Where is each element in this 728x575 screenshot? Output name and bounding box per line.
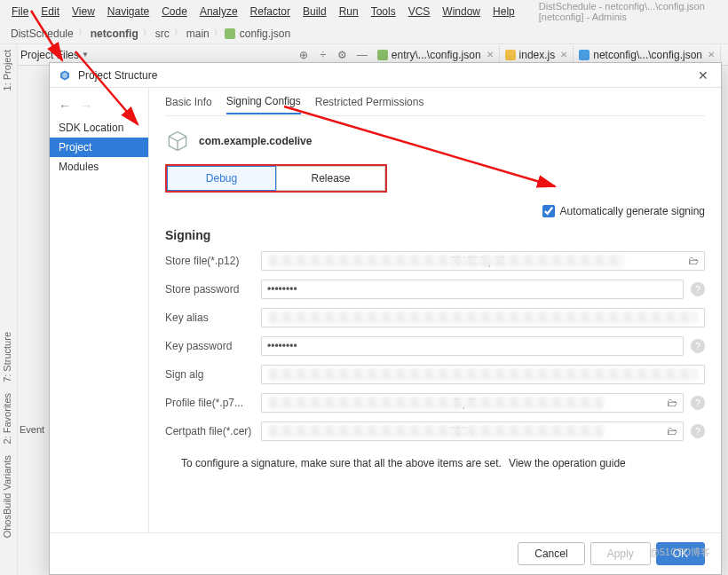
menu-tools[interactable]: Tools <box>365 4 402 20</box>
close-tab-icon[interactable]: ✕ <box>487 50 494 59</box>
json-file-icon <box>579 50 590 60</box>
menu-code[interactable]: Code <box>155 4 194 20</box>
json-file-icon <box>225 28 235 39</box>
close-dialog-button[interactable]: ✕ <box>694 67 712 84</box>
menu-refactor[interactable]: Refactor <box>244 4 297 20</box>
menu-file[interactable]: File <box>5 4 35 20</box>
profile-file-label: Profile file(*.p7... <box>165 397 254 409</box>
nav-sdk-location[interactable]: SDK Location <box>50 118 148 138</box>
menu-run[interactable]: Run <box>333 4 365 20</box>
apply-button[interactable]: Apply <box>590 542 651 565</box>
file-tab-label: entry\...\config.json <box>392 49 481 61</box>
store-password-field[interactable]: •••••••• <box>261 280 684 299</box>
chevron-right-icon: 〉 <box>214 28 222 39</box>
sidebar-toggle-project[interactable]: 1: Project <box>0 44 14 96</box>
project-dropdown[interactable]: 🗀 Project Files ▼ <box>7 49 89 61</box>
menu-build[interactable]: Build <box>297 4 333 20</box>
menu-analyze[interactable]: Analyze <box>194 4 244 20</box>
tab-basic-info[interactable]: Basic Info <box>165 91 212 114</box>
nav-modules[interactable]: Modules <box>50 157 148 177</box>
browse-folder-icon[interactable]: 🗁 <box>667 397 677 409</box>
certpath-file-label: Certpath file(*.cer) <box>165 425 254 437</box>
cancel-button[interactable]: Cancel <box>518 542 584 565</box>
sign-alg-field[interactable] <box>261 365 705 384</box>
dialog-footer: Cancel Apply OK <box>50 532 721 574</box>
certpath-file-field[interactable]: 323.cer🗁 <box>261 421 684 441</box>
store-file-field[interactable]: 781323.p12🗁 <box>261 251 705 271</box>
chevron-right-icon: 〉 <box>174 28 182 39</box>
svg-rect-2 <box>505 50 516 60</box>
dialog-sidebar: ← → SDK Location Project Modules <box>50 88 149 532</box>
breadcrumb-item[interactable]: netconfig <box>89 28 140 40</box>
sidebar-toggle-favorites[interactable]: 2: Favorites <box>0 388 14 449</box>
auto-generate-signing-checkbox[interactable] <box>542 205 555 217</box>
gear-icon[interactable]: ⚙ <box>335 47 351 63</box>
profile-file-field[interactable]: 3.p7b🗁 <box>261 393 684 413</box>
nav-forward-button[interactable]: → <box>80 98 92 113</box>
nav-project[interactable]: Project <box>50 138 148 157</box>
build-tab-debug[interactable]: Debug <box>167 166 276 191</box>
browse-folder-icon[interactable]: 🗁 <box>667 425 677 437</box>
key-alias-label: Key alias <box>165 311 254 324</box>
build-type-tabs: Debug Release <box>165 164 387 193</box>
help-icon[interactable]: ? <box>691 282 705 296</box>
js-file-icon <box>505 50 516 60</box>
event-log-label[interactable]: Event <box>20 424 44 435</box>
minimize-icon[interactable]: — <box>354 47 370 63</box>
sign-alg-label: Sign alg <box>165 368 254 381</box>
chevron-right-icon: 〉 <box>143 28 151 39</box>
nav-back-button[interactable]: ← <box>59 98 71 113</box>
breadcrumb-item[interactable]: main <box>185 28 211 40</box>
menu-window[interactable]: Window <box>436 4 487 20</box>
key-password-label: Key password <box>165 340 254 352</box>
menu-navigate[interactable]: Navigate <box>101 4 155 20</box>
project-dropdown-label: Project Files <box>20 49 79 61</box>
json-file-icon <box>377 50 388 60</box>
menubar: File Edit View Navigate Code Analyze Ref… <box>0 0 728 23</box>
menu-edit[interactable]: Edit <box>35 4 66 20</box>
browse-folder-icon[interactable]: 🗁 <box>688 255 699 267</box>
breadcrumb-item[interactable]: src <box>154 28 171 40</box>
footer-hint: To configure a signature, make sure that… <box>181 457 502 469</box>
menu-vcs[interactable]: VCS <box>402 4 437 20</box>
app-logo-icon <box>59 69 71 82</box>
breadcrumb-item[interactable]: DistSchedule <box>9 28 75 40</box>
store-password-label: Store password <box>165 283 254 295</box>
close-tab-icon[interactable]: ✕ <box>560 50 567 59</box>
file-tab-label: index.js <box>519 49 556 61</box>
key-alias-field[interactable] <box>261 308 705 327</box>
watermark: @51CTO博客 <box>650 546 710 559</box>
auto-generate-signing-label: Automatically generate signing <box>560 205 705 217</box>
breadcrumb-item[interactable]: config.json <box>238 28 292 40</box>
target-icon[interactable]: ⊕ <box>296 47 312 63</box>
svg-rect-1 <box>377 50 388 60</box>
signing-section-title: Signing <box>165 228 705 242</box>
close-tab-icon[interactable]: ✕ <box>708 50 715 59</box>
help-icon[interactable]: ? <box>691 339 705 353</box>
window-title: DistSchedule - netconfig\...\config.json… <box>539 1 723 22</box>
chevron-right-icon: 〉 <box>78 28 86 39</box>
chevron-down-icon: ▼ <box>82 51 89 59</box>
detail-tabs: Basic Info Signing Configs Restricted Pe… <box>165 88 705 116</box>
app-package-name: com.example.codelive <box>199 135 312 147</box>
help-icon[interactable]: ? <box>691 424 705 438</box>
sidebar-toggle-structure[interactable]: 7: Structure <box>0 327 14 388</box>
left-gutter: 1: Project 7: Structure 2: Favorites Oho… <box>0 44 18 575</box>
tab-restricted-permissions[interactable]: Restricted Permissions <box>315 91 424 114</box>
key-password-field[interactable]: •••••••• <box>261 336 684 356</box>
file-tab-label: netconfig\...\config.json <box>593 49 702 61</box>
breadcrumb: DistSchedule〉 netconfig〉 src〉 main〉 conf… <box>0 23 728 44</box>
svg-rect-0 <box>225 28 235 39</box>
help-icon[interactable]: ? <box>691 396 705 410</box>
collapse-icon[interactable]: ÷ <box>315 47 331 63</box>
tab-signing-configs[interactable]: Signing Configs <box>226 90 301 114</box>
package-icon <box>165 129 190 154</box>
build-tab-release[interactable]: Release <box>276 166 385 191</box>
store-password-value: •••••••• <box>267 283 297 295</box>
dialog-titlebar: Project Structure ✕ <box>50 63 721 88</box>
menu-view[interactable]: View <box>66 4 101 20</box>
operation-guide-link[interactable]: View the operation guide <box>509 457 626 469</box>
sidebar-toggle-variants[interactable]: OhosBuild Variants <box>0 450 14 543</box>
menu-help[interactable]: Help <box>487 4 521 20</box>
dialog-title: Project Structure <box>78 69 157 82</box>
